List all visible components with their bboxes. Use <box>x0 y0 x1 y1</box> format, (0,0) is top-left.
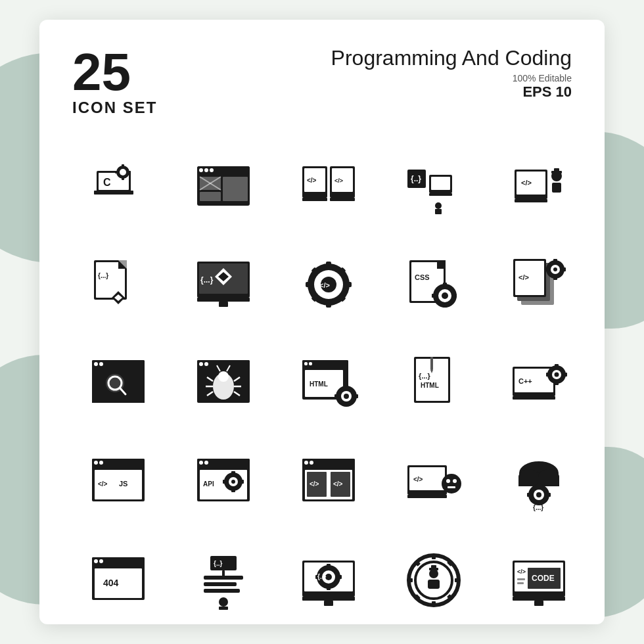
svg-rect-203 <box>204 582 237 586</box>
svg-rect-89 <box>553 259 557 262</box>
icon-cloud-settings: {...} <box>493 439 585 524</box>
svg-point-180 <box>453 479 457 483</box>
svg-point-88 <box>553 267 557 271</box>
icon-dual-monitor: </> </> <box>283 143 375 229</box>
svg-rect-222 <box>432 554 436 559</box>
svg-rect-42 <box>554 168 559 172</box>
svg-point-160 <box>231 480 235 484</box>
icon-count: 25 <box>72 46 157 99</box>
svg-rect-204 <box>204 589 240 593</box>
svg-rect-241 <box>517 578 525 580</box>
svg-rect-161 <box>231 471 235 474</box>
svg-text:C: C <box>103 177 111 188</box>
collection-title: Programming And Coding <box>331 46 572 70</box>
developer-monitor-icon: </> <box>509 156 568 216</box>
svg-point-188 <box>536 492 541 497</box>
icon-code-window: </> </> <box>283 439 375 524</box>
svg-rect-118 <box>309 362 312 365</box>
svg-rect-80 <box>452 294 457 298</box>
svg-rect-191 <box>527 493 530 497</box>
icon-web-layout <box>177 143 269 229</box>
svg-text:</>: </> <box>98 480 108 488</box>
svg-text:</>: </> <box>310 480 319 488</box>
svg-rect-167 <box>304 461 308 465</box>
svg-rect-176 <box>407 495 447 498</box>
svg-rect-6 <box>122 164 124 168</box>
svg-rect-52 <box>197 298 250 302</box>
svg-point-230 <box>429 569 438 578</box>
svg-rect-62 <box>306 282 312 287</box>
svg-rect-61 <box>326 301 331 308</box>
svg-text:</>: </> <box>517 568 526 575</box>
svg-text:{...}: {...} <box>419 372 430 380</box>
svg-text:{...}: {...} <box>533 504 543 511</box>
cpp-settings-icon: C++ <box>509 354 568 413</box>
svg-rect-224 <box>407 578 413 582</box>
svg-rect-147 <box>94 461 98 465</box>
header: 25 ICON SET Programming And Coding 100% … <box>72 46 572 117</box>
svg-rect-144 <box>564 373 567 377</box>
svg-rect-141 <box>555 364 559 367</box>
main-card: 25 ICON SET Programming And Coding 100% … <box>39 20 605 624</box>
icon-code-file-diamond: {...} <box>72 242 164 327</box>
svg-text:</>: </> <box>521 179 532 187</box>
icon-developer-monitor: </> <box>493 143 585 229</box>
icon-developer-code: {..} <box>177 538 269 623</box>
eps-label: EPS 10 <box>331 83 572 101</box>
svg-rect-125 <box>344 402 348 406</box>
monitor-gear-icon: {..} <box>299 551 358 610</box>
svg-point-33 <box>435 202 442 209</box>
svg-rect-126 <box>334 394 338 398</box>
svg-rect-154 <box>199 461 203 465</box>
svg-rect-211 <box>324 601 333 606</box>
icon-cpp-settings: C++ <box>493 340 585 426</box>
svg-text:</>: </> <box>319 281 330 289</box>
svg-point-123 <box>344 394 349 399</box>
svg-text:C++: C++ <box>518 377 532 385</box>
svg-rect-143 <box>546 373 549 377</box>
svg-rect-215 <box>327 564 331 568</box>
svg-rect-233 <box>431 565 436 568</box>
svg-rect-136 <box>513 396 555 400</box>
svg-rect-207 <box>222 570 225 577</box>
svg-rect-31 <box>431 177 450 190</box>
svg-rect-155 <box>204 461 208 465</box>
code-learning-icon: {..} <box>404 156 463 216</box>
icon-layers-gear: </> <box>493 242 585 327</box>
cloud-settings-icon: {...} <box>509 452 568 511</box>
svg-rect-192 <box>547 493 551 497</box>
svg-text:</>: </> <box>413 476 423 483</box>
icon-code-gear: </> <box>283 242 375 327</box>
svg-text:{..}: {..} <box>411 174 421 183</box>
svg-rect-216 <box>327 586 331 590</box>
svg-rect-189 <box>537 483 541 486</box>
browser-search-icon <box>89 354 148 413</box>
web-layout-icon <box>194 156 253 216</box>
icon-robot-code: </> <box>388 439 480 524</box>
code-window-icon: </> </> <box>299 452 358 511</box>
svg-rect-181 <box>448 486 455 488</box>
svg-text:CSS: CSS <box>415 273 430 281</box>
icon-gear-person <box>388 538 480 623</box>
header-right: Programming And Coding 100% Editable EPS… <box>331 46 572 101</box>
svg-rect-168 <box>310 461 313 465</box>
svg-rect-196 <box>94 559 98 563</box>
html-file-icon: {...} HTML <box>404 354 463 413</box>
icon-bug-browser <box>177 340 269 426</box>
svg-rect-16 <box>200 192 221 201</box>
icons-grid: C <box>72 143 572 623</box>
code-file-diamond-icon: {...} <box>89 255 148 314</box>
svg-point-106 <box>218 371 229 382</box>
icon-code-monitor-final: </> CODE <box>493 538 585 623</box>
svg-rect-127 <box>354 394 358 398</box>
svg-rect-53 <box>219 302 228 307</box>
svg-rect-78 <box>443 303 447 308</box>
header-left: 25 ICON SET <box>72 46 157 117</box>
svg-rect-237 <box>534 601 543 606</box>
icon-css-settings: CSS <box>388 242 480 327</box>
svg-rect-225 <box>455 578 460 582</box>
svg-rect-26 <box>330 198 355 201</box>
svg-text:JS: JS <box>119 480 127 488</box>
svg-text:</>: </> <box>307 177 317 184</box>
svg-text:API: API <box>203 480 214 488</box>
